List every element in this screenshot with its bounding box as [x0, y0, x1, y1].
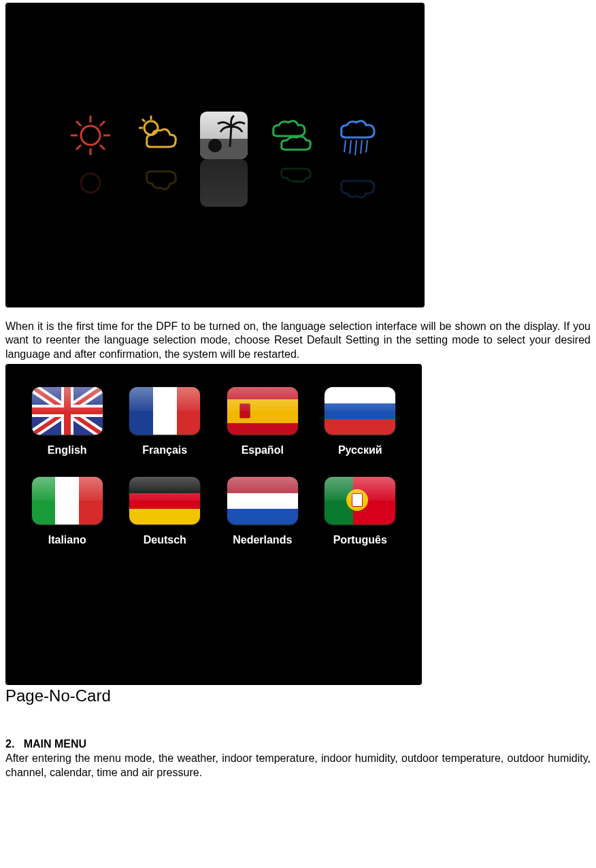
language-option-espanol[interactable]: Español [224, 387, 301, 456]
sun-cloud-icon [133, 112, 181, 159]
svg-line-6 [100, 145, 105, 150]
svg-line-8 [76, 145, 81, 150]
language-label: English [48, 444, 87, 456]
svg-line-18 [361, 140, 362, 154]
sun-outline-icon [67, 112, 114, 159]
svg-line-12 [142, 119, 145, 122]
svg-point-0 [81, 126, 100, 145]
svg-rect-13 [200, 139, 248, 159]
svg-line-17 [355, 140, 357, 155]
flag-nl-icon [227, 477, 298, 524]
intro-paragraph: When it is the first time for the DPF to… [5, 320, 591, 361]
flag-pt-icon [325, 477, 395, 524]
language-option-francais[interactable]: Français [127, 387, 204, 456]
language-label: Português [333, 534, 387, 546]
rain-cloud-icon [333, 112, 381, 159]
weather-icon-reflection [67, 159, 397, 207]
svg-line-7 [100, 121, 105, 126]
svg-line-16 [350, 140, 351, 154]
language-label: Français [142, 444, 187, 456]
language-selection-screen: English Français Español Русский Italian… [5, 364, 422, 685]
flag-uk-icon [32, 387, 103, 435]
page-no-label: Page-No-Card [5, 686, 591, 705]
section-2-heading: 2. MAIN MENU [5, 738, 591, 750]
language-label: Nederlands [233, 534, 292, 546]
flag-fr-icon [129, 387, 200, 435]
flag-de-icon [129, 477, 200, 524]
section-title: MAIN MENU [24, 738, 86, 750]
language-label: Español [242, 444, 284, 456]
weather-preview-screen [5, 3, 425, 307]
section-2-body: After entering the menu mode, the weathe… [5, 752, 591, 780]
svg-line-5 [76, 121, 81, 126]
svg-rect-25 [64, 387, 71, 435]
flag-it-icon [32, 477, 103, 524]
svg-line-19 [366, 140, 367, 152]
svg-line-15 [344, 140, 346, 152]
palm-photo-icon [200, 112, 248, 159]
weather-icon-row [67, 112, 397, 159]
language-option-russian[interactable]: Русский [322, 387, 399, 456]
language-option-deutsch[interactable]: Deutsch [127, 477, 204, 546]
svg-point-9 [144, 121, 158, 135]
flag-ru-icon [325, 387, 395, 435]
language-option-english[interactable]: English [29, 387, 106, 456]
green-clouds-icon [267, 112, 314, 159]
language-grid: English Français Español Русский Italian… [29, 387, 399, 546]
language-option-nederlands[interactable]: Nederlands [224, 477, 301, 546]
language-label: Deutsch [144, 534, 186, 546]
language-label: Русский [338, 444, 382, 456]
svg-point-14 [208, 139, 222, 152]
section-number: 2. [5, 738, 14, 750]
language-option-italiano[interactable]: Italiano [29, 477, 106, 546]
flag-es-icon [227, 387, 298, 435]
svg-point-20 [81, 173, 100, 193]
language-label: Italiano [48, 534, 86, 546]
language-option-portugues[interactable]: Português [322, 477, 399, 546]
